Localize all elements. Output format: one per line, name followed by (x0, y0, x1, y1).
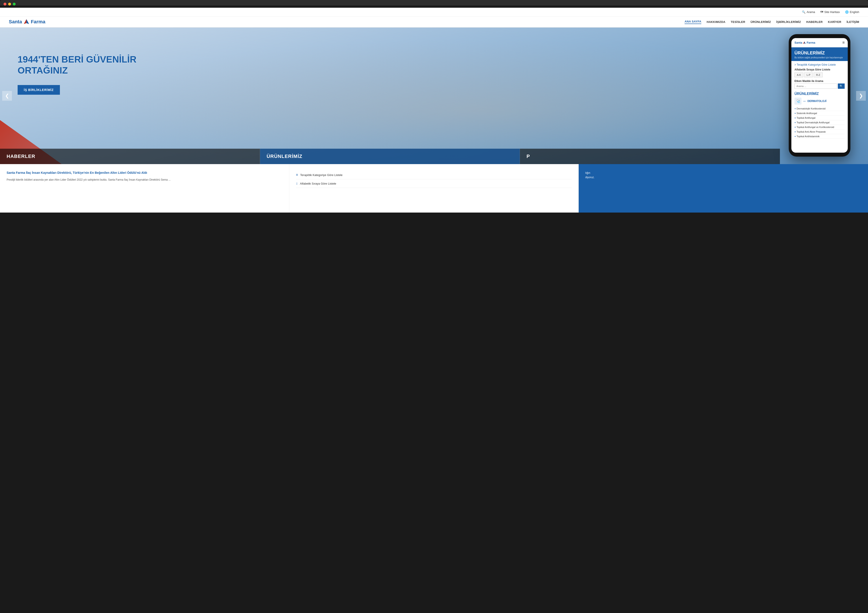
dot-yellow (8, 3, 11, 6)
list-icon-alfabetik: ↕ (296, 182, 298, 185)
svg-marker-0 (26, 19, 29, 24)
news-title-link[interactable]: Santa Farma İlaç İnsan Kaynakları Direkt… (6, 171, 282, 175)
svg-marker-3 (803, 42, 804, 44)
mobile-list-item-2: Sistemik Antifungal (794, 111, 845, 116)
nav-kariyer[interactable]: KARİYER (828, 20, 842, 23)
sitemap-utility[interactable]: 🗺 Site Haritası (820, 10, 840, 14)
mobile-search-input[interactable] (794, 84, 837, 89)
mobile-screen: Santa Farma ≡ ÜRÜNLERİMİZ Bu bölüm sağlı… (791, 38, 848, 153)
section-bar-urunlerimiz[interactable]: ÜRÜNLERİMİZ (260, 149, 520, 164)
section-bar-third[interactable]: P (520, 149, 780, 164)
mobile-alpha-ak[interactable]: A-K (794, 73, 803, 77)
section-haberler-label: HABERLER (6, 154, 35, 159)
logo-text: Santa (9, 19, 22, 25)
mobile-list-item-5: Topikal Antifungal ve Kortikosteroid (794, 125, 845, 129)
mobile-alpha-lp[interactable]: L-P (804, 73, 813, 77)
nav-haberler[interactable]: HABERLER (806, 20, 823, 23)
mobile-products-subtitle: Bu bölüm sağlık profesyonelleri için haz… (794, 56, 845, 59)
lower-content: Santa Farma İlaç İnsan Kaynakları Direkt… (0, 164, 868, 213)
products-alfabetik-label: Alfabetik Sıraya Göre Listele (300, 182, 336, 185)
mobile-list-item-7: Topikal Antihistaminik (794, 134, 845, 139)
mobile-urunlerimiz2-title: ÜRÜNLERİMİZ (794, 92, 845, 96)
nav-links: ANA SAYFA HAKKIMIZDA TESİSLER ÜRÜNLERİMİ… (685, 20, 859, 24)
mobile-alpha-buttons: A-K L-P R-Z (794, 73, 845, 77)
section-bar-haberler[interactable]: HABERLER (0, 149, 260, 164)
mobile-terapotik-link[interactable]: > Terapötik Kategoriye Göre Listele (794, 63, 845, 66)
mobile-alpha-rz[interactable]: R-Z (814, 73, 822, 77)
hero-section: 1944'TEN BERİ GÜVENİLİR ORTAĞINIZ İŞ BİR… (0, 28, 868, 164)
mobile-list-item-4: Topikal Dermatolojik Antifungal (794, 120, 845, 125)
nav-iletisim[interactable]: İLETİŞİM (847, 20, 859, 23)
sitemap-label: Site Haritası (825, 10, 840, 14)
search-label: Arama (806, 10, 815, 14)
hero-title: 1944'TEN BERİ GÜVENİLİR ORTAĞINIZ (18, 54, 150, 76)
mobile-products-body: > Terapötik Kategoriye Göre Listele Alfa… (791, 61, 848, 141)
mobile-etkin-title: Etken Madde ile Arama (794, 79, 845, 82)
list-icon-terapotik: ≡ (296, 173, 298, 177)
mobile-logo-icon (803, 41, 806, 44)
mobile-list-item-3: Topikal Antifungal (794, 116, 845, 120)
mobile-derm-list: Dermatolojik Kortikosteroid Sistemik Ant… (794, 106, 845, 139)
nav-isbirliklerimiz[interactable]: İŞBİRLİKLERİMİZ (776, 20, 801, 23)
hero-cta-button[interactable]: İŞ BİRLİKLERİMİZ (18, 85, 60, 95)
nav-urunlerimiz[interactable]: ÜRÜNLERİMİZ (751, 20, 771, 23)
mobile-list-item-6: Topikal Anti-Akne Preparatı (794, 129, 845, 134)
utility-bar: 🔍 Arama 🗺 Site Haritası 🌐 English (0, 8, 868, 17)
globe-icon: 🌐 (845, 10, 849, 14)
mobile-mockup: Santa Farma ≡ ÜRÜNLERİMİZ Bu bölüm sağlı… (789, 34, 850, 157)
products-list-alfabetik[interactable]: ↕ Alfabetik Sıraya Göre Listele (296, 179, 572, 188)
logo-text2: Farma (31, 19, 45, 25)
carousel-prev-button[interactable]: ❮ (2, 91, 12, 101)
mobile-list-item-1: Dermatolojik Kortikosteroid (794, 106, 845, 111)
chevron-left-icon: ❮ (5, 93, 9, 99)
mobile-dermatoloji-row: 🩺 — DERMATOLOJİ (794, 98, 845, 105)
products-column: ≡ Terapötik Kategoriye Göre Listele ↕ Al… (289, 164, 579, 213)
mobile-search-row: 🔍 (794, 84, 845, 89)
mobile-products-header: ÜRÜNLERİMİZ Bu bölüm sağlık profesyonell… (791, 47, 848, 61)
logo[interactable]: Santa Farma (9, 19, 45, 25)
mobile-logo-text2: Farma (806, 41, 815, 44)
section-urunlerimiz-label: ÜRÜNLERİMİZ (267, 154, 302, 159)
dot-red (3, 3, 6, 6)
nav-ana-sayfa[interactable]: ANA SAYFA (685, 20, 701, 24)
search-utility[interactable]: 🔍 Arama (802, 10, 815, 14)
products-terapotik-label: Terapötik Kategoriye Göre Listele (300, 173, 343, 177)
mobile-derm-icon: 🩺 (794, 98, 801, 105)
svg-marker-2 (804, 42, 806, 44)
dot-green (13, 3, 16, 6)
mobile-nav-bar: Santa Farma ≡ (791, 38, 848, 47)
mobile-logo-text1: Santa (794, 41, 802, 44)
third-text-1: lığın (585, 171, 591, 174)
nav-tesisler[interactable]: TESİSLER (731, 20, 746, 23)
browser-dots (3, 3, 865, 6)
language-utility[interactable]: 🌐 English (845, 10, 859, 14)
search-icon: 🔍 (802, 10, 806, 14)
logo-sail-icon (23, 19, 29, 25)
website: 🔍 Arama 🗺 Site Haritası 🌐 English Santa … (0, 8, 868, 213)
sitemap-icon: 🗺 (820, 10, 823, 14)
mobile-logo: Santa Farma (794, 41, 815, 44)
carousel-next-button[interactable]: ❯ (856, 91, 866, 101)
products-list-terapotik[interactable]: ≡ Terapötik Kategoriye Göre Listele (296, 171, 572, 179)
third-col-text: lığın diyoruz. (585, 171, 862, 180)
browser-chrome (0, 0, 868, 6)
section-third-label: P (527, 154, 530, 159)
svg-marker-1 (24, 19, 26, 24)
third-text-2: diyoruz. (585, 176, 595, 179)
mobile-search-button[interactable]: 🔍 (838, 84, 845, 89)
news-excerpt: Prestijli liderlik ödülleri arasında yer… (6, 178, 282, 182)
news-column: Santa Farma İlaç İnsan Kaynakları Direkt… (0, 164, 289, 213)
mobile-menu-icon[interactable]: ≡ (842, 40, 845, 45)
mobile-products-title: ÜRÜNLERİMİZ (794, 50, 845, 56)
mobile-alfabetik-title: Alfabetik Sıraya Göre Listele (794, 68, 845, 71)
main-nav: Santa Farma ANA SAYFA HAKKIMIZDA TESİSLE… (0, 17, 868, 28)
chevron-right-icon: ❯ (859, 93, 863, 99)
language-label: English (850, 10, 859, 14)
mobile-dermatoloji-label: DERMATOLOJİ (808, 99, 826, 102)
hero-content: 1944'TEN BERİ GÜVENİLİR ORTAĞINIZ İŞ BİR… (0, 28, 868, 104)
nav-hakkimizda[interactable]: HAKKIMIZDA (707, 20, 725, 23)
third-column: lığın diyoruz. (579, 164, 868, 213)
section-bar: HABERLER ÜRÜNLERİMİZ P (0, 149, 780, 164)
